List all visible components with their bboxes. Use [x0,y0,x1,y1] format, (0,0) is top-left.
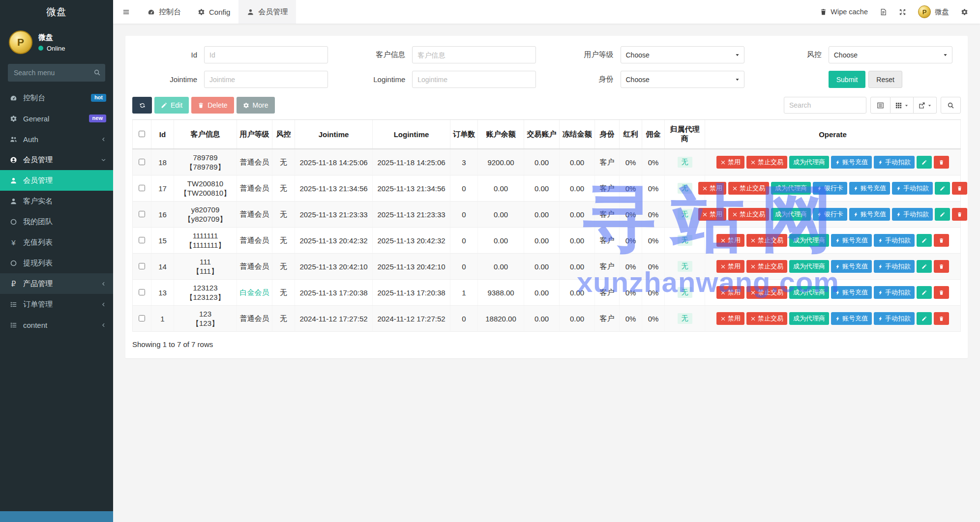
reset-button[interactable]: Reset [868,71,902,88]
op-deduct-button[interactable]: 手动扣款 [892,182,933,195]
more-button[interactable]: More [237,97,275,114]
sidebar-item-customer-realname[interactable]: 客户实名 [0,191,113,211]
op-deduct-button[interactable]: 手动扣款 [874,234,915,247]
op-edit-button[interactable] [917,312,932,325]
op-ban_trade-button[interactable]: 禁止交易 [746,312,787,325]
sidebar-item-product-manage[interactable]: ₽产品管理 [0,273,113,294]
op-ban_trade-button[interactable]: 禁止交易 [728,208,769,221]
op-deduct-button[interactable]: 手动扣款 [874,156,915,169]
op-recharge-button[interactable]: 账号充值 [831,234,872,247]
op-be_agent-button[interactable]: 成为代理商 [789,156,829,169]
op-edit-button[interactable] [917,156,932,169]
topbar-user-menu[interactable]: P 微盘 [918,5,949,18]
op-edit-button[interactable] [917,234,932,247]
op-deduct-button[interactable]: 手动扣款 [874,286,915,299]
op-delete-button[interactable] [934,234,949,247]
topbar-tab-dashboard[interactable]: 控制台 [139,0,189,24]
op-recharge-button[interactable]: 账号充值 [849,182,890,195]
sidebar-item-auth[interactable]: Auth [0,129,113,149]
op-recharge-button[interactable]: 账号充值 [849,208,890,221]
sidebar-item-withdraw-list[interactable]: 提现列表 [0,253,113,273]
op-be_agent-button[interactable]: 成为代理商 [771,208,811,221]
row-checkbox[interactable] [139,237,145,243]
columns-dropdown-button[interactable] [891,97,914,114]
sidebar-item-member-list[interactable]: 会员管理 [0,170,113,191]
logintime-input[interactable] [412,71,536,88]
op-disable-button[interactable]: 禁用 [716,156,744,169]
op-delete-button[interactable] [952,208,967,221]
op-ban_trade-button[interactable]: 禁止交易 [746,286,787,299]
op-delete-button[interactable] [952,182,967,195]
op-disable-button[interactable]: 禁用 [698,208,726,221]
export-dropdown-button[interactable] [914,97,937,114]
op-recharge-button[interactable]: 账号充值 [831,260,872,273]
sidebar-item-my-team[interactable]: 我的团队 [0,211,113,232]
sidebar-item-dashboard[interactable]: 控制台hot [0,87,113,108]
sidebar-toggle-button[interactable] [113,0,139,24]
row-checkbox[interactable] [139,185,145,191]
op-disable-button[interactable]: 禁用 [698,182,726,195]
sidebar-item-general[interactable]: Generalnew [0,108,113,129]
op-delete-button[interactable] [934,156,949,169]
op-ban_trade-button[interactable]: 禁止交易 [746,234,787,247]
identity-select[interactable]: Choose [621,71,744,88]
op-delete-button[interactable] [934,286,949,299]
op-be_agent-button[interactable]: 成为代理商 [789,286,829,299]
op-edit-button[interactable] [917,260,932,273]
settings-gear-icon[interactable] [961,8,968,16]
op-be_agent-button[interactable]: 成为代理商 [789,260,829,273]
row-checkbox[interactable] [139,211,145,217]
op-recharge-button[interactable]: 账号充值 [831,286,872,299]
sidebar-item-recharge-list[interactable]: ¥充值列表 [0,232,113,253]
fullscreen-icon[interactable] [899,8,906,16]
op-deduct-button[interactable]: 手动扣款 [892,208,933,221]
edit-button[interactable]: Edit [154,97,189,114]
op-deduct-button[interactable]: 手动扣款 [874,260,915,273]
op-delete-button[interactable] [934,260,949,273]
op-be_agent-button[interactable]: 成为代理商 [789,234,829,247]
topbar-tab-member[interactable]: 会员管理 [238,0,296,24]
select-all-checkbox[interactable] [139,131,145,137]
op-recharge-button[interactable]: 账号充值 [831,312,872,325]
customer-info-input[interactable] [412,46,536,63]
op-edit-button[interactable] [917,286,932,299]
sidebar-item-member-group[interactable]: 会员管理 [0,149,113,170]
row-checkbox[interactable] [139,315,145,321]
row-checkbox[interactable] [139,159,145,165]
delete-button[interactable]: Delete [191,97,234,114]
sidebar-item-order-manage[interactable]: 订单管理 [0,294,113,315]
op-disable-button[interactable]: 禁用 [716,312,744,325]
topbar-tab-config[interactable]: Config [189,0,238,24]
op-ban_trade-button[interactable]: 禁止交易 [746,260,787,273]
refresh-button[interactable] [132,97,152,114]
id-input[interactable] [204,46,328,63]
paging-toggle-button[interactable] [870,97,891,114]
op-be_agent-button[interactable]: 成为代理商 [789,312,829,325]
risk-select[interactable]: Choose [829,46,952,63]
language-icon[interactable] [880,8,887,16]
op-bank_card-button[interactable]: 银行卡 [813,208,847,221]
menu-search-input[interactable] [8,64,105,82]
table-search-input[interactable] [784,97,866,114]
op-edit-button[interactable] [935,208,950,221]
jointime-input[interactable] [204,71,328,88]
brand-title[interactable]: 微盘 [0,0,113,24]
op-edit-button[interactable] [935,182,950,195]
row-checkbox[interactable] [139,263,145,269]
op-recharge-button[interactable]: 账号充值 [831,156,872,169]
wipe-cache-button[interactable]: Wipe cache [820,8,868,16]
op-ban_trade-button[interactable]: 禁止交易 [746,156,787,169]
submit-button[interactable]: Submit [829,71,866,88]
op-be_agent-button[interactable]: 成为代理商 [771,182,811,195]
op-delete-button[interactable] [934,312,949,325]
op-disable-button[interactable]: 禁用 [716,234,744,247]
op-ban_trade-button[interactable]: 禁止交易 [728,182,769,195]
row-checkbox[interactable] [139,289,145,295]
op-disable-button[interactable]: 禁用 [716,260,744,273]
user-level-select[interactable]: Choose [621,46,744,63]
table-search-button[interactable] [941,97,961,114]
op-bank_card-button[interactable]: 银行卡 [813,182,847,195]
op-disable-button[interactable]: 禁用 [716,286,744,299]
sidebar-item-content[interactable]: content [0,315,113,335]
op-deduct-button[interactable]: 手动扣款 [874,312,915,325]
